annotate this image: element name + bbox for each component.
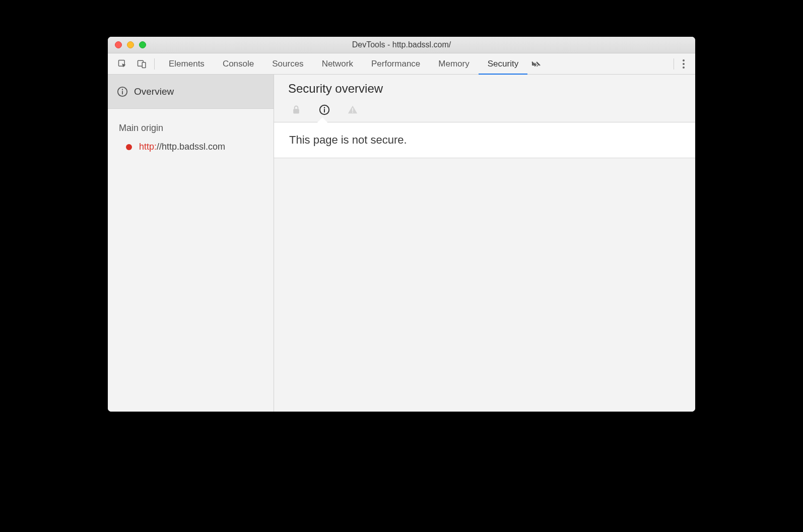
- inspect-element-icon[interactable]: [117, 58, 128, 70]
- devtools-window: DevTools - http.badssl.com/ Elements Con…: [108, 37, 695, 412]
- security-overview-title: Security overview: [288, 82, 681, 96]
- zoom-window-button[interactable]: [139, 41, 146, 48]
- device-toolbar-icon[interactable]: [136, 58, 147, 70]
- tab-label: Console: [223, 59, 254, 69]
- main-header: Security overview: [274, 75, 695, 122]
- tab-label: Sources: [272, 59, 303, 69]
- svg-point-4: [683, 63, 685, 65]
- security-sidebar: Overview Main origin http://http.badssl.…: [108, 75, 274, 412]
- origin-url: http://http.badssl.com: [139, 142, 225, 152]
- tab-memory[interactable]: Memory: [429, 53, 478, 74]
- tab-elements[interactable]: Elements: [160, 53, 214, 74]
- svg-point-3: [683, 59, 685, 61]
- traffic-lights: [108, 41, 146, 48]
- tab-performance[interactable]: Performance: [362, 53, 429, 74]
- tab-security[interactable]: Security: [479, 53, 527, 74]
- titlebar: DevTools - http.badssl.com/: [108, 37, 695, 53]
- minimize-window-button[interactable]: [127, 41, 134, 48]
- close-window-button[interactable]: [115, 41, 122, 48]
- tab-label: Performance: [371, 59, 420, 69]
- origin-host: //http.badssl.com: [157, 142, 225, 152]
- tab-network[interactable]: Network: [313, 53, 362, 74]
- security-status-icons: [288, 96, 681, 122]
- svg-rect-9: [293, 109, 299, 113]
- security-main: Security overview: [274, 75, 695, 412]
- origin-scheme: http:: [139, 142, 157, 152]
- tab-sources[interactable]: Sources: [263, 53, 312, 74]
- settings-menu-icon[interactable]: [677, 59, 690, 69]
- devtools-tabbar: Elements Console Sources Network Perform…: [108, 53, 695, 75]
- tab-label: Network: [322, 59, 353, 69]
- svg-point-14: [352, 111, 353, 112]
- overview-label: Overview: [134, 86, 174, 97]
- window-title: DevTools - http.badssl.com/: [108, 40, 695, 49]
- status-dot-icon: [126, 144, 132, 150]
- tab-label: Security: [488, 59, 518, 69]
- sidebar-section-label: Main origin: [108, 109, 274, 139]
- divider: [674, 58, 674, 70]
- tab-label: Memory: [438, 59, 469, 69]
- info-icon: [117, 86, 128, 97]
- security-message: This page is not secure.: [289, 134, 407, 146]
- lock-icon: [290, 104, 302, 116]
- warning-triangle-icon: [347, 104, 359, 116]
- svg-point-5: [683, 66, 685, 69]
- tab-console[interactable]: Console: [214, 53, 263, 74]
- overflow-tabs-icon[interactable]: »: [530, 58, 542, 70]
- tab-label: Elements: [169, 59, 205, 69]
- svg-rect-2: [142, 62, 146, 68]
- sidebar-item-origin[interactable]: http://http.badssl.com: [108, 139, 274, 155]
- info-icon: [318, 104, 330, 116]
- divider: [154, 58, 155, 70]
- panel-tabs: Elements Console Sources Network Perform…: [160, 53, 527, 74]
- panel-body: Overview Main origin http://http.badssl.…: [108, 75, 695, 412]
- carat-icon: [317, 117, 327, 122]
- security-message-panel: This page is not secure.: [274, 122, 695, 158]
- sidebar-item-overview[interactable]: Overview: [108, 75, 274, 109]
